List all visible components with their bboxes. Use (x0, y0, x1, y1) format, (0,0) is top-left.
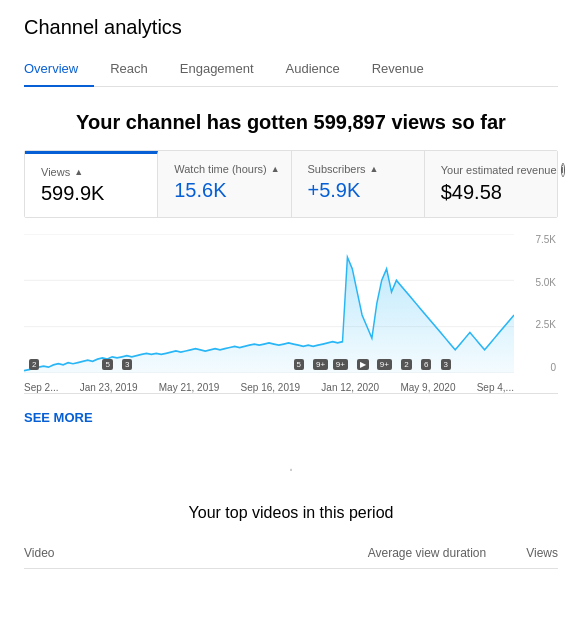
see-more-link[interactable]: SEE MORE (24, 402, 93, 433)
x-label-sep16: Sep 16, 2019 (241, 382, 301, 393)
table-cols-right: Average view duration Views (368, 546, 558, 560)
marker-6: 6 (421, 359, 431, 370)
x-label-may9: May 9, 2020 (400, 382, 455, 393)
x-label-may21: May 21, 2019 (159, 382, 220, 393)
sort-icon: ▲ (74, 167, 83, 177)
metric-watchtime[interactable]: Watch time (hours) ▲ 15.6K (158, 151, 291, 217)
tabs-navigation: Overview Reach Engagement Audience Reven… (24, 51, 558, 87)
y-label-25k: 2.5K (535, 319, 556, 330)
divider: · (0, 449, 582, 488)
tab-overview[interactable]: Overview (24, 51, 94, 86)
marker-5b: 5 (294, 359, 304, 370)
col-video: Video (24, 546, 54, 560)
metric-views-label: Views ▲ (41, 166, 141, 178)
tab-revenue[interactable]: Revenue (356, 51, 440, 86)
marker-9plus-c: 9+ (377, 359, 392, 370)
marker-2b: 2 (401, 359, 411, 370)
page-title: Channel analytics (24, 16, 558, 39)
metric-subscribers[interactable]: Subscribers ▲ +5.9K (292, 151, 425, 217)
col-views: Views (526, 546, 558, 560)
metric-subscribers-label: Subscribers ▲ (308, 163, 408, 175)
metric-views-value: 599.9K (41, 182, 141, 205)
metric-subscribers-value: +5.9K (308, 179, 408, 202)
metric-views[interactable]: Views ▲ 599.9K (25, 151, 158, 217)
sort-icon-watchtime: ▲ (271, 164, 280, 174)
x-label-jan12: Jan 12, 2020 (321, 382, 379, 393)
tab-audience[interactable]: Audience (270, 51, 356, 86)
views-headline: Your channel has gotten 599,897 views so… (24, 111, 558, 134)
table-header: Video Average view duration Views (24, 538, 558, 569)
marker-2a: 2 (29, 359, 39, 370)
metrics-row: Views ▲ 599.9K Watch time (hours) ▲ 15.6… (24, 150, 558, 218)
marker-9plus-a: 9+ (313, 359, 328, 370)
top-videos-section: Your top videos in this period Video Ave… (0, 488, 582, 569)
chart-markers: 2 5 3 5 9+ 9+ ▶ 9+ 2 6 3 (24, 359, 514, 373)
page-header: Channel analytics Overview Reach Engagem… (0, 0, 582, 87)
metric-revenue-label: Your estimated revenue i (441, 163, 541, 177)
marker-play: ▶ (357, 359, 369, 370)
col-avg-view-duration: Average view duration (368, 546, 487, 560)
chart-y-labels: 7.5K 5.0K 2.5K 0 (518, 234, 558, 373)
info-icon-revenue[interactable]: i (561, 163, 565, 177)
y-label-0: 0 (550, 362, 556, 373)
chart-svg (24, 234, 514, 373)
marker-5a: 5 (102, 359, 112, 370)
x-label-jan23: Jan 23, 2019 (80, 382, 138, 393)
y-label-50k: 5.0K (535, 277, 556, 288)
x-label-sep2: Sep 2... (24, 382, 58, 393)
chart-area: 7.5K 5.0K 2.5K 0 (24, 234, 558, 394)
marker-3a: 3 (122, 359, 132, 370)
tab-engagement[interactable]: Engagement (164, 51, 270, 86)
metric-revenue-value: $49.58 (441, 181, 541, 204)
x-label-sep4: Sep 4,... (477, 382, 514, 393)
top-videos-title: Your top videos in this period (24, 504, 558, 522)
metric-revenue[interactable]: Your estimated revenue i $49.58 (425, 151, 557, 217)
sort-icon-subscribers: ▲ (370, 164, 379, 174)
main-content: Your channel has gotten 599,897 views so… (0, 87, 582, 449)
metric-watchtime-label: Watch time (hours) ▲ (174, 163, 274, 175)
chart-x-labels: Sep 2... Jan 23, 2019 May 21, 2019 Sep 1… (24, 378, 514, 393)
y-label-75k: 7.5K (535, 234, 556, 245)
metric-watchtime-value: 15.6K (174, 179, 274, 202)
marker-9plus-b: 9+ (333, 359, 348, 370)
marker-3b: 3 (441, 359, 451, 370)
tab-reach[interactable]: Reach (94, 51, 164, 86)
